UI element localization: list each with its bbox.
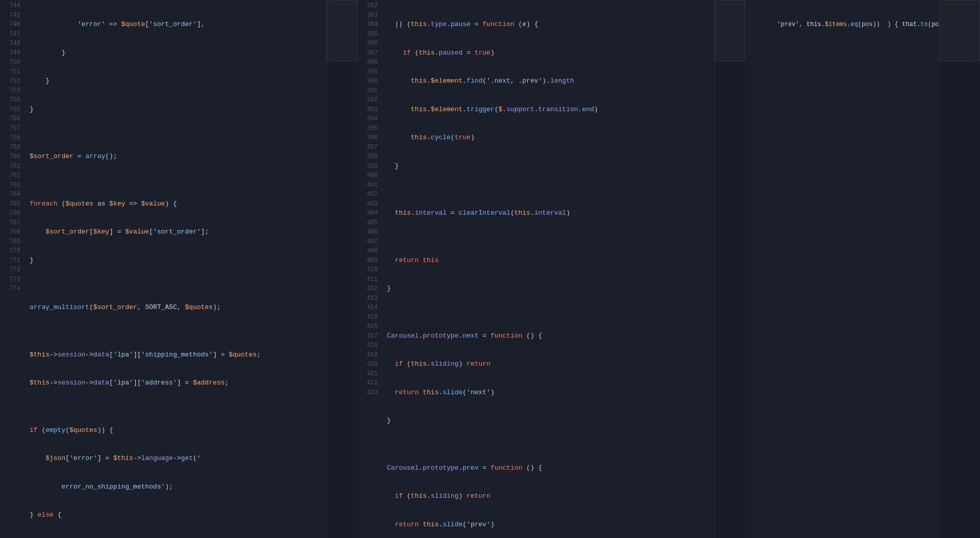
minimap-viewport-middle: [715, 0, 745, 61]
right-code-panel: 'prev', this.$items.eq(pos)) ) { that.to…: [745, 0, 939, 538]
left-code-panel: 744 745 746 747 748 749 750 751 752 753 …: [0, 0, 327, 538]
minimap-right[interactable]: [939, 0, 980, 538]
middle-line-numbers: 382 383 384 385 386 387 388 389 390 391 …: [357, 0, 383, 538]
minimap-middle[interactable]: [715, 0, 745, 538]
right-line-numbers: [745, 0, 766, 538]
left-code-content[interactable]: 'error' => $quote['sort_order'], } } } $…: [26, 0, 326, 538]
left-line-numbers: 744 745 746 747 748 749 750 751 752 753 …: [0, 0, 26, 538]
minimap-viewport-left: [327, 0, 357, 61]
middle-code-panel: 382 383 384 385 386 387 388 389 390 391 …: [357, 0, 715, 538]
editor-container: 744 745 746 747 748 749 750 751 752 753 …: [0, 0, 980, 538]
middle-code-content[interactable]: || (this.type.pause = function (e) { if …: [383, 0, 714, 538]
right-code-content[interactable]: 'prev', this.$items.eq(pos)) ) { that.to…: [766, 0, 939, 538]
minimap-viewport-right: [939, 0, 980, 61]
minimap-left[interactable]: [327, 0, 357, 538]
